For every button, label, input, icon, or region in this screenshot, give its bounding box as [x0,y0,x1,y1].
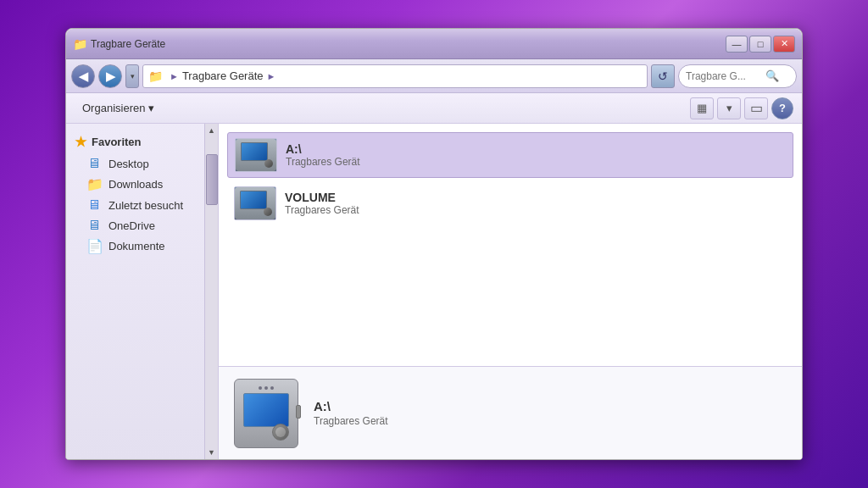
file-name: VOLUME [285,191,359,204]
search-icon[interactable]: 🔍 [765,69,779,82]
sidebar-item-desktop[interactable]: 🖥 Desktop [66,153,218,174]
search-bar[interactable]: 🔍 [678,64,797,88]
sidebar-item-documents[interactable]: 📄 Dokumente [66,236,218,257]
nav-dropdown-icon: ▾ [131,72,135,80]
breadcrumb-folder-icon: 📁 [148,69,163,83]
title-bar: 📁 Tragbare Geräte — □ ✕ [66,29,802,59]
sidebar-item-label: Zuletzt besucht [108,199,183,212]
sidebar-item-label: OneDrive [108,219,155,232]
file-list: A:\ Tragbares Gerät VOLUME Tragbares [219,124,802,366]
status-name: A:\ [314,399,388,413]
nav-dropdown-button[interactable]: ▾ [125,64,139,88]
scroll-thumb[interactable] [206,154,218,205]
status-device-icon [232,376,300,451]
desktop-icon: 🖥 [86,156,102,171]
scroll-down-arrow[interactable]: ▼ [205,446,219,459]
maximize-button[interactable]: □ [749,36,771,53]
organize-label: Organisieren [82,102,145,114]
view-icon: ▦ [697,102,707,114]
window-folder-icon: 📁 [73,37,87,51]
breadcrumb-bar[interactable]: 📁 ► Tragbare Geräte ► [142,64,648,88]
file-area: A:\ Tragbares Gerät VOLUME Tragbares [219,124,802,459]
help-button[interactable]: ? [771,97,793,119]
sidebar-item-onedrive[interactable]: 🖥 OneDrive [66,215,218,236]
close-button[interactable]: ✕ [773,36,795,53]
documents-icon: 📄 [86,238,102,254]
favorites-section: ★ Favoriten [66,130,218,153]
forward-icon: ▶ [106,69,115,83]
file-type: Tragbares Gerät [286,156,360,168]
pane-icon: ▭ [750,100,763,116]
view-button[interactable]: ▦ [690,97,714,119]
view-dropdown-icon: ▾ [726,102,732,114]
view-dropdown-button[interactable]: ▾ [717,97,741,119]
device-icon-a [235,138,277,172]
sidebar-item-label: Downloads [108,178,163,191]
file-type: Tragbares Gerät [285,204,359,216]
pane-button[interactable]: ▭ [744,97,768,119]
device-icon-volume [234,186,276,220]
file-item-info: A:\ Tragbares Gerät [286,142,360,168]
table-row[interactable]: VOLUME Tragbares Gerät [227,181,793,225]
nav-bar: ◀ ▶ ▾ 📁 ► Tragbare Geräte ► ↺ 🔍 [66,59,802,93]
refresh-icon: ↺ [658,69,668,83]
status-text: A:\ Tragbares Gerät [314,399,388,427]
title-bar-left: 📁 Tragbare Geräte [73,37,165,51]
main-content: ★ Favoriten 🖥 Desktop 📁 Downloads 🖥 Zule… [66,124,802,459]
sidebar-item-recent[interactable]: 🖥 Zuletzt besucht [66,195,218,215]
back-icon: ◀ [79,69,88,83]
sidebar-scrollbar[interactable]: ▲ ▼ [204,124,218,459]
sidebar-item-downloads[interactable]: 📁 Downloads [66,174,218,195]
back-button[interactable]: ◀ [71,64,95,88]
table-row[interactable]: A:\ Tragbares Gerät [227,132,793,178]
recent-icon: 🖥 [86,197,102,213]
explorer-window: 📁 Tragbare Geräte — □ ✕ ◀ ▶ ▾ 📁 ► Tragba… [65,28,803,460]
file-item-info: VOLUME Tragbares Gerät [285,191,359,216]
refresh-button[interactable]: ↺ [651,64,675,88]
breadcrumb-path: Tragbare Geräte [182,69,264,82]
organize-arrow-icon: ▾ [148,102,154,114]
forward-button[interactable]: ▶ [98,64,122,88]
sidebar-scroll: ★ Favoriten 🖥 Desktop 📁 Downloads 🖥 Zule… [66,124,218,459]
toolbar-right: ▦ ▾ ▭ ? [690,97,793,119]
toolbar: Organisieren ▾ ▦ ▾ ▭ ? [66,93,802,124]
downloads-icon: 📁 [86,176,102,192]
window-controls: — □ ✕ [726,36,795,53]
window-title: Tragbare Geräte [91,38,165,50]
onedrive-icon: 🖥 [86,218,102,233]
sidebar: ★ Favoriten 🖥 Desktop 📁 Downloads 🖥 Zule… [66,124,219,459]
sidebar-item-label: Dokumente [108,240,164,252]
status-type: Tragbares Gerät [314,415,388,427]
sidebar-item-label: Desktop [108,158,149,170]
file-name: A:\ [286,142,360,156]
organize-button[interactable]: Organisieren ▾ [75,98,162,118]
scroll-up-arrow[interactable]: ▲ [205,124,219,137]
breadcrumb-arrow: ► [170,71,179,81]
breadcrumb-end-arrow: ► [267,71,276,81]
status-area: A:\ Tragbares Gerät [219,366,802,459]
star-icon: ★ [75,134,86,150]
search-input[interactable] [686,70,762,82]
favorites-label: Favoriten [92,136,142,148]
minimize-button[interactable]: — [726,36,748,53]
